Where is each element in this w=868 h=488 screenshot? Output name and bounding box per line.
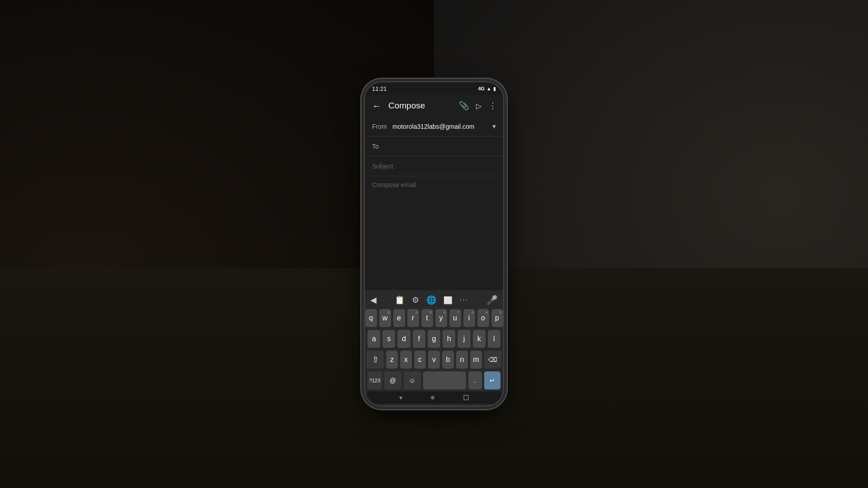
space-key[interactable] <box>423 371 466 389</box>
more-button[interactable]: ⋮ <box>486 98 500 113</box>
key-d[interactable]: d <box>397 330 410 348</box>
keyboard-toolbar-left: 📋 ⚙ 🌐 ⬜ ··· <box>395 295 468 305</box>
key-s[interactable]: s <box>382 330 395 348</box>
nav-bar: ▾ <box>367 391 501 404</box>
key-j[interactable]: j <box>458 330 470 348</box>
key-w[interactable]: w3 <box>379 309 391 327</box>
key-e[interactable]: e <box>393 309 405 327</box>
status-time: 11:21 <box>372 85 387 92</box>
to-row[interactable]: To <box>365 136 503 156</box>
nav-home-dot[interactable] <box>431 396 434 399</box>
key-g[interactable]: g <box>428 330 440 348</box>
signal-4g-icon: 4G <box>478 86 485 91</box>
app-bar-actions: 📎 ▷ ⋮ <box>456 98 500 113</box>
key-h[interactable]: h <box>443 330 455 348</box>
keyboard-row-4: ?123 @ ☺ . ↵ <box>368 371 500 389</box>
key-i[interactable]: i8 <box>463 309 475 327</box>
nav-chevron-down[interactable]: ▾ <box>399 394 402 401</box>
key-o[interactable]: o9 <box>477 309 489 327</box>
screen-content: 11:21 4G ▲ ▮ ← Compose 📎 ▷ ⋮ <box>365 82 503 406</box>
to-input[interactable] <box>392 142 496 151</box>
from-label: From <box>372 123 392 130</box>
to-label: To <box>372 143 392 150</box>
compose-placeholder: Compose email <box>372 181 416 188</box>
key-u[interactable]: u7 <box>449 309 461 327</box>
status-bar: 11:21 4G ▲ ▮ <box>365 82 503 95</box>
voice-icon[interactable]: 🎤 <box>486 295 498 305</box>
attachment-button[interactable]: 📎 <box>456 98 472 113</box>
status-icons: 4G ▲ ▮ <box>478 86 496 92</box>
keyboard-toolbar: ◀ 📋 ⚙ 🌐 ⬜ ··· 🎤 <box>367 293 501 307</box>
app-bar: ← Compose 📎 ▷ ⋮ <box>365 95 503 117</box>
from-value: motorola312labs@gmail.com <box>392 123 492 130</box>
numbers-key[interactable]: ?123 <box>368 371 382 389</box>
send-button[interactable]: ▷ <box>473 99 484 113</box>
app-title: Compose <box>388 101 453 111</box>
key-l[interactable]: l <box>488 330 500 348</box>
key-f[interactable]: f <box>413 330 425 348</box>
emoji-key[interactable]: ☺ <box>404 371 421 389</box>
nav-recents-square[interactable] <box>463 395 469 400</box>
subject-placeholder: Subject <box>372 163 393 170</box>
at-key[interactable]: @ <box>384 371 401 389</box>
key-x[interactable]: x <box>400 351 412 369</box>
key-b[interactable]: b <box>442 351 454 369</box>
backspace-key[interactable]: ⌫ <box>484 351 501 369</box>
key-t[interactable]: t5 <box>421 309 433 327</box>
enter-key[interactable]: ↵ <box>484 371 500 389</box>
key-a[interactable]: a <box>368 330 380 348</box>
key-p[interactable]: p0 <box>491 309 503 327</box>
keyboard-rows: q w3 e r4 t5 y6 u7 i8 o9 p0 a s <box>367 309 501 389</box>
subject-row[interactable]: Subject <box>365 156 503 176</box>
keyboard-row-3: ⇧ z x c v b n m ⌫ <box>368 351 500 369</box>
period-key[interactable]: . <box>468 371 482 389</box>
back-button[interactable]: ← <box>368 99 385 113</box>
key-m[interactable]: m <box>470 351 482 369</box>
more-tools-icon[interactable]: ··· <box>460 296 468 304</box>
phone-wrapper: 11:21 4G ▲ ▮ ← Compose 📎 ▷ ⋮ <box>353 68 515 420</box>
keyboard-back-icon[interactable]: ◀ <box>370 295 377 305</box>
key-r[interactable]: r4 <box>407 309 419 327</box>
key-n[interactable]: n <box>456 351 468 369</box>
key-c[interactable]: c <box>414 351 426 369</box>
compose-form: From motorola312labs@gmail.com ▾ To Subj… <box>365 117 503 290</box>
from-row[interactable]: From motorola312labs@gmail.com ▾ <box>365 117 503 136</box>
keyboard-row-2: a s d f g h j k l <box>368 330 500 348</box>
signal-bars-icon: ▲ <box>486 86 491 91</box>
key-z[interactable]: z <box>386 351 398 369</box>
globe-icon[interactable]: 🌐 <box>426 295 436 305</box>
clipboard-icon[interactable]: 📋 <box>395 295 405 305</box>
key-y[interactable]: y6 <box>435 309 447 327</box>
key-v[interactable]: v <box>428 351 440 369</box>
settings-icon[interactable]: ⚙ <box>412 295 419 305</box>
key-k[interactable]: k <box>473 330 486 348</box>
battery-icon: ▮ <box>493 86 496 92</box>
compose-body[interactable]: Compose email <box>365 176 503 230</box>
key-q[interactable]: q <box>365 309 377 327</box>
sticker-icon[interactable]: ⬜ <box>443 296 453 305</box>
from-dropdown-icon[interactable]: ▾ <box>492 122 496 131</box>
keyboard-container: ◀ 📋 ⚙ 🌐 ⬜ ··· 🎤 q w3 <box>365 290 503 406</box>
keyboard-row-1: q w3 e r4 t5 y6 u7 i8 o9 p0 <box>368 309 500 327</box>
phone-body: 11:21 4G ▲ ▮ ← Compose 📎 ▷ ⋮ <box>364 81 504 407</box>
shift-key[interactable]: ⇧ <box>367 351 384 369</box>
